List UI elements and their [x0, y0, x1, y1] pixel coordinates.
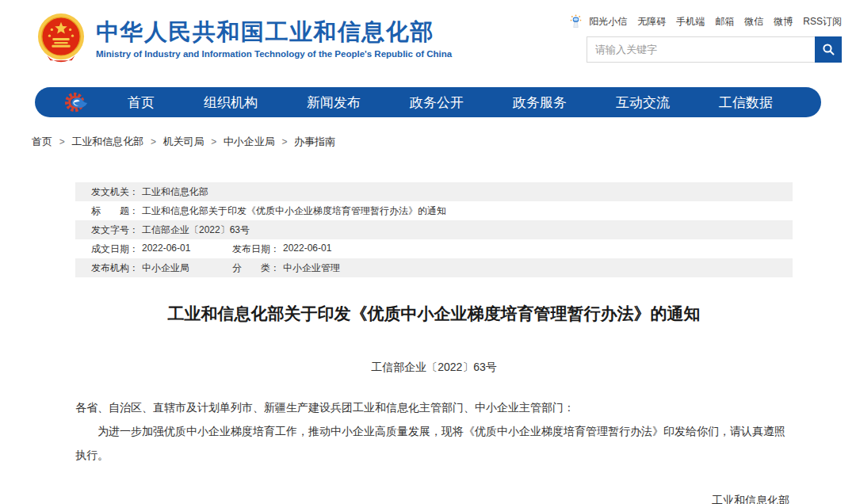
meta-label: 发文机关：	[91, 185, 139, 199]
site-brand: 中华人民共和国工业和信息化部 Ministry of Industry and …	[36, 13, 452, 65]
meta-row-doc-number: 发文字号： 工信部企业〔2022〕63号	[75, 220, 793, 239]
meta-cell: 分 类： 中小企业管理	[232, 262, 340, 275]
document-salutation: 各省、自治区、直辖市及计划单列市、新疆生产建设兵团工业和信息化主管部门、中小企业…	[75, 395, 793, 419]
nav-item-organization[interactable]: 组织机构	[204, 94, 258, 112]
signature-org: 工业和信息化部	[75, 491, 789, 504]
document-meta-table: 发文机关： 工业和信息化部 标 题： 工业和信息化部关于印发《优质中小企业梯度培…	[75, 182, 793, 277]
miit-gear-logo-icon	[65, 90, 89, 114]
document-number: 工信部企业〔2022〕63号	[75, 361, 793, 375]
site-search	[587, 36, 842, 63]
meta-value: 2022-06-01	[142, 242, 190, 256]
meta-row-issuing-authority: 发文机关： 工业和信息化部	[75, 182, 793, 201]
nav-items: 首页 组织机构 新闻发布 政务公开 政务服务 互动交流 工信数据	[103, 94, 797, 112]
meta-cell: 发文字号： 工信部企业〔2022〕63号	[91, 223, 250, 237]
nav-item-gov-services[interactable]: 政务服务	[513, 94, 567, 112]
miit-homepage: 中华人民共和国工业和信息化部 Ministry of Industry and …	[0, 0, 856, 504]
site-subtitle: Ministry of Industry and Information Tec…	[96, 49, 452, 59]
breadcrumb: 首页 > 工业和信息化部 > 机关司局 > 中小企业局 > 办事指南	[32, 135, 824, 149]
breadcrumb-separator: >	[59, 136, 65, 147]
meta-cell: 成文日期： 2022-06-01	[91, 242, 232, 256]
utility-link-mail[interactable]: 邮箱	[715, 15, 734, 29]
site-title: 中华人民共和国工业和信息化部	[96, 19, 452, 45]
document-signature: 工业和信息化部 2022年6月1日	[75, 491, 793, 504]
meta-cell: 标 题： 工业和信息化部关于印发《优质中小企业梯度培育管理暂行办法》的通知	[91, 204, 446, 218]
meta-row-title: 标 题： 工业和信息化部关于印发《优质中小企业梯度培育管理暂行办法》的通知	[75, 201, 793, 220]
search-button[interactable]	[815, 36, 842, 63]
meta-label: 发布日期：	[232, 242, 280, 256]
national-emblem-logo	[36, 13, 86, 65]
utility-link-wechat[interactable]: 微信	[744, 15, 763, 29]
document-title: 工业和信息化部关于印发《优质中小企业梯度培育管理暂行办法》的通知	[75, 303, 793, 324]
meta-label: 成文日期：	[91, 242, 139, 256]
site-header: 中华人民共和国工业和信息化部 Ministry of Industry and …	[0, 0, 856, 82]
breadcrumb-separator: >	[151, 136, 156, 147]
breadcrumb-separator: >	[211, 136, 216, 147]
meta-cell: 发布日期： 2022-06-01	[232, 242, 331, 256]
meta-label: 标 题：	[91, 204, 139, 218]
meta-value: 中小企业局	[142, 262, 189, 275]
meta-value: 中小企业管理	[283, 262, 340, 275]
main-navbar: 首页 组织机构 新闻发布 政务公开 政务服务 互动交流 工信数据	[35, 87, 821, 117]
search-icon	[822, 43, 835, 56]
meta-value: 工业和信息化部	[142, 185, 208, 199]
meta-row-dates: 成文日期： 2022-06-01 发布日期： 2022-06-01	[75, 239, 793, 258]
nav-item-interaction[interactable]: 互动交流	[616, 94, 670, 112]
search-input[interactable]	[587, 37, 815, 62]
meta-label: 发布机构：	[91, 262, 139, 275]
meta-cell: 发文机关： 工业和信息化部	[91, 185, 208, 199]
meta-label: 发文字号：	[91, 223, 139, 237]
nav-item-gov-disclosure[interactable]: 政务公开	[410, 94, 464, 112]
utility-links: 阳光小信 无障碍 手机端 邮箱 微信 微博 RSS订阅	[570, 14, 842, 29]
breadcrumb-separator: >	[281, 136, 287, 147]
sunshine-xiaoxin-mascot-icon	[570, 14, 582, 29]
utility-link-accessibility[interactable]: 无障碍	[637, 15, 666, 29]
breadcrumb-service-guide[interactable]: 办事指南	[294, 136, 335, 147]
utility-link-sunshine-xiaoxin[interactable]: 阳光小信	[589, 15, 627, 29]
meta-cell: 发布机构： 中小企业局	[91, 262, 232, 275]
utility-link-weibo[interactable]: 微博	[774, 15, 793, 29]
nav-item-miit-data[interactable]: 工信数据	[719, 94, 773, 112]
nav-item-news[interactable]: 新闻发布	[307, 94, 361, 112]
utility-link-mobile[interactable]: 手机端	[676, 15, 705, 29]
meta-label: 分 类：	[232, 262, 280, 275]
meta-value: 工信部企业〔2022〕63号	[142, 223, 250, 237]
nav-item-home[interactable]: 首页	[128, 94, 155, 112]
document-paragraph: 为进一步加强优质中小企业梯度培育工作，推动中小企业高质量发展，现将《优质中小企业…	[75, 419, 793, 467]
utility-link-rss[interactable]: RSS订阅	[803, 15, 842, 29]
meta-value: 2022-06-01	[283, 242, 331, 256]
meta-row-org-category: 发布机构： 中小企业局 分 类： 中小企业管理	[75, 258, 793, 277]
breadcrumb-miit[interactable]: 工业和信息化部	[71, 136, 143, 147]
breadcrumb-home[interactable]: 首页	[32, 136, 52, 147]
document-body: 各省、自治区、直辖市及计划单列市、新疆生产建设兵团工业和信息化主管部门、中小企业…	[75, 395, 793, 467]
breadcrumb-departments[interactable]: 机关司局	[163, 136, 204, 147]
breadcrumb-sme-bureau[interactable]: 中小企业局	[224, 136, 275, 147]
site-title-block: 中华人民共和国工业和信息化部 Ministry of Industry and …	[96, 19, 452, 59]
document-content: 发文机关： 工业和信息化部 标 题： 工业和信息化部关于印发《优质中小企业梯度培…	[75, 182, 793, 504]
header-utilities: 阳光小信 无障碍 手机端 邮箱 微信 微博 RSS订阅	[570, 13, 845, 63]
meta-value: 工业和信息化部关于印发《优质中小企业梯度培育管理暂行办法》的通知	[142, 204, 446, 218]
